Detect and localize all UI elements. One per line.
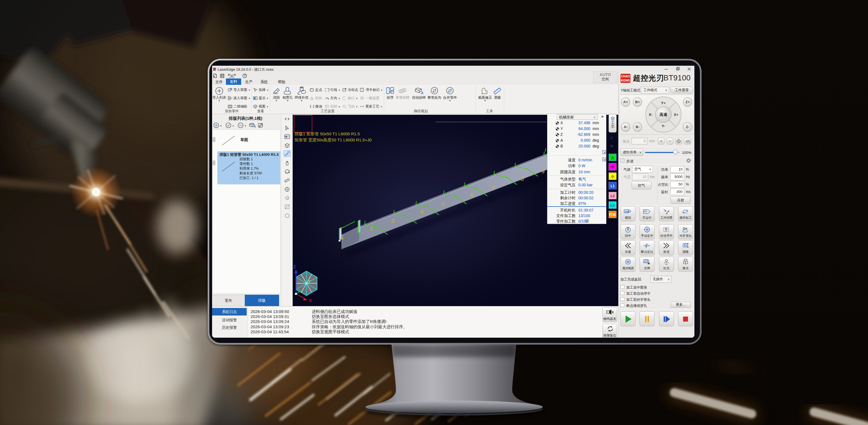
- svg-text:▼: ▼: [244, 125, 246, 127]
- svg-text:矩形管 宽度50x高度50 T1 L6000 R1.5+J0: 矩形管 宽度50x高度50 T1 L6000 R1.5+J0: [294, 138, 372, 142]
- svg-text:W: W: [626, 260, 630, 263]
- svg-text:▼: ▼: [232, 125, 234, 127]
- svg-text:SIM: SIM: [625, 210, 629, 213]
- svg-text:1: 1: [341, 234, 344, 240]
- svg-text:6: 6: [470, 192, 474, 198]
- svg-text:4: 4: [420, 208, 424, 215]
- svg-text:8: 8: [521, 175, 524, 182]
- svg-text:高速: 高速: [659, 112, 668, 117]
- svg-text:排版1 矩形管 50x50 T1 L6000 R1.5: 排版1 矩形管 50x50 T1 L6000 R1.5: [294, 132, 360, 136]
- svg-text:7: 7: [492, 185, 495, 191]
- svg-text:X: X: [309, 298, 312, 303]
- svg-text:A: A: [421, 91, 423, 95]
- svg-text:▼: ▼: [220, 125, 222, 127]
- svg-text:9: 9: [541, 168, 545, 174]
- svg-text:X+: X+: [674, 113, 679, 117]
- svg-text:Y-: Y-: [662, 124, 665, 128]
- svg-text:A: A: [253, 125, 256, 128]
- svg-text:X-: X-: [649, 113, 653, 117]
- svg-text:2: 2: [370, 225, 373, 231]
- svg-text:$: $: [684, 244, 686, 247]
- svg-text:?: ?: [244, 74, 246, 77]
- svg-text:Y+: Y+: [661, 101, 666, 105]
- svg-text:Z: Z: [293, 264, 296, 270]
- svg-text:3: 3: [391, 218, 395, 224]
- svg-text:M: M: [646, 228, 648, 231]
- svg-text:5: 5: [441, 201, 444, 207]
